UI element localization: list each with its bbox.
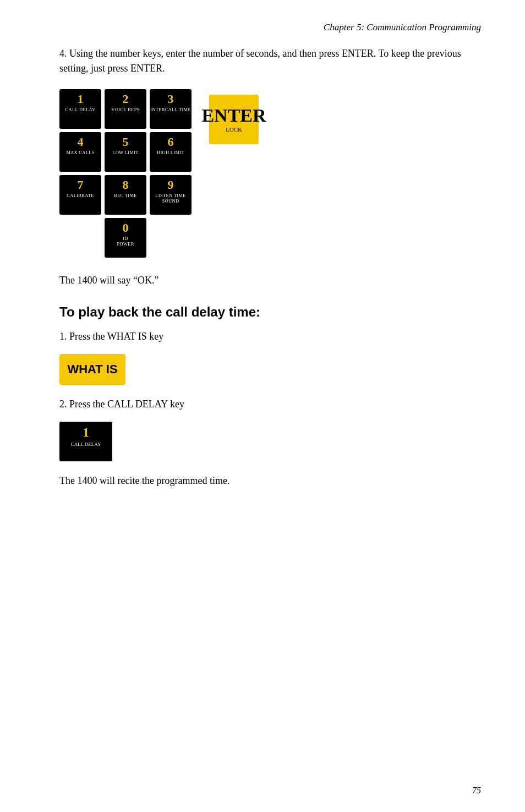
key-2-label: VOICE REPS [111, 107, 139, 112]
key-8-label: REC TIME [114, 193, 137, 198]
key-6[interactable]: 6 HIGH LIMIT [150, 132, 192, 172]
key-1-number: 1 [78, 92, 84, 106]
step1-text: 1. Press the WHAT IS key [59, 329, 481, 344]
call-delay-label: CALL DELAY [70, 442, 101, 447]
key-3[interactable]: 3 INTERCALL TIME [150, 89, 192, 129]
key-1[interactable]: 1 CALL DELAY [59, 89, 101, 129]
chapter-header: Chapter 5: Communication Programming [44, 22, 481, 33]
final-text: The 1400 will recite the programmed time… [59, 473, 481, 488]
key-5-number: 5 [123, 135, 129, 149]
key-4[interactable]: 4 MAX CALLS [59, 132, 101, 172]
key-7[interactable]: 7 CALIBRATE [59, 175, 101, 215]
call-delay-key[interactable]: 1 CALL DELAY [59, 422, 112, 461]
ok-text: The 1400 will say “OK.” [59, 273, 481, 288]
key-5-label: LOW LIMIT [112, 150, 139, 155]
section-heading: To play back the call delay time: [59, 303, 481, 320]
key-0-label: IDPOWER [117, 236, 134, 247]
page-number: 75 [472, 786, 481, 795]
key-0-number: 0 [123, 221, 129, 235]
key-6-label: HIGH LIMIT [157, 150, 184, 155]
key-4-number: 4 [78, 135, 84, 149]
key-3-number: 3 [168, 92, 174, 106]
key-1-label: CALL DELAY [65, 107, 95, 112]
key-3-label: INTERCALL TIME [150, 107, 191, 112]
key-5[interactable]: 5 LOW LIMIT [105, 132, 146, 172]
key-7-number: 7 [78, 178, 84, 192]
step4-text: 4. Using the number keys, enter the numb… [59, 46, 481, 76]
what-is-key[interactable]: WHAT IS [59, 354, 125, 385]
keypad-grid: 1 CALL DELAY 2 VOICE REPS 3 INTERCALL TI… [59, 89, 192, 258]
key-8[interactable]: 8 REC TIME [105, 175, 146, 215]
key-0[interactable]: 0 IDPOWER [105, 218, 146, 258]
key-9-number: 9 [168, 178, 174, 192]
keypad-area: 1 CALL DELAY 2 VOICE REPS 3 INTERCALL TI… [59, 89, 481, 258]
call-delay-number: 1 [83, 425, 89, 440]
key-8-number: 8 [123, 178, 129, 192]
enter-key[interactable]: ENTER LOCK [209, 95, 259, 144]
enter-key-label: ENTER [201, 106, 266, 125]
key-9[interactable]: 9 LISTEN TIMESOUND [150, 175, 192, 215]
key-7-label: CALIBRATE [67, 193, 94, 198]
step2-text: 2. Press the CALL DELAY key [59, 397, 481, 412]
key-6-number: 6 [168, 135, 174, 149]
key-2[interactable]: 2 VOICE REPS [105, 89, 146, 129]
key-2-number: 2 [123, 92, 129, 106]
key-9-label: LISTEN TIMESOUND [155, 193, 185, 204]
key-4-label: MAX CALLS [66, 150, 95, 155]
enter-key-sub: LOCK [226, 126, 242, 133]
